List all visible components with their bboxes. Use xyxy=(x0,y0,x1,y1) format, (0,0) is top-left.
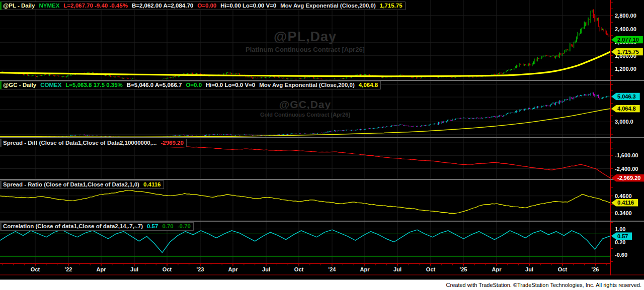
y-axis-label: 2,800.00 xyxy=(615,13,636,19)
x-tick-label: Oct xyxy=(294,266,303,272)
price-badge: 0.4116 xyxy=(611,199,638,207)
pl-symbol-interval: @PL - Daily xyxy=(3,3,35,9)
price-badge: 2,077.10 xyxy=(611,36,643,44)
y-axis-label: 1,200.00 xyxy=(615,66,636,72)
x-tick-label: '22 xyxy=(65,266,72,272)
y-axis-label: -2,400.00 xyxy=(615,166,638,172)
pl-exchange: NYMEX xyxy=(39,3,59,9)
price-badge: -2,969.20 xyxy=(611,174,644,182)
x-tick-label: Apr xyxy=(492,266,502,272)
x-tick-label: '23 xyxy=(197,266,204,272)
y-axis-label: 0.4600 xyxy=(615,193,632,199)
spread-ratio-value: 0.4116 xyxy=(143,181,161,187)
spread-ratio-pl-gc-series xyxy=(0,190,610,214)
y-axis-label: -0.60 xyxy=(615,252,627,258)
pl-status-line[interactable]: @PL - Daily NYMEX L=2,067.70 -9.40 -0.45… xyxy=(0,2,406,10)
panel-separator[interactable] xyxy=(0,221,644,222)
x-tick-label: '25 xyxy=(460,266,467,272)
footer-credit: Created with TradeStation. ©TradeStation… xyxy=(0,279,644,290)
x-tick-label: Oct xyxy=(31,266,40,272)
x-tick-label: Apr xyxy=(97,266,106,272)
x-tick-label: Oct xyxy=(558,266,567,272)
y-axis-label: 0.3400 xyxy=(615,210,632,216)
panel-separator[interactable] xyxy=(0,179,644,180)
price-badge: 1,715.75 xyxy=(611,48,643,56)
x-tick-label: Apr xyxy=(228,266,238,272)
gc-open: O=0.0 xyxy=(186,82,202,88)
correlation-14-series xyxy=(0,230,610,256)
x-tick-label: '24 xyxy=(329,266,336,272)
x-tick-label: Oct xyxy=(163,266,172,272)
y-axis-label: -1,600.00 xyxy=(615,152,638,158)
x-tick-label: Jul xyxy=(262,266,270,272)
gc-exchange: COMEX xyxy=(40,82,61,88)
correlation-upper-band: 0.70 xyxy=(162,223,173,229)
pl-bid-ask: B=2,062.00 A=2,084.70 xyxy=(132,3,193,9)
spread-diff-value: -2969.20 xyxy=(161,140,184,146)
gc-gold-daily-series xyxy=(0,92,610,139)
spread-ratio-label: Spread - Ratio (Close of Data1,Close of … xyxy=(3,181,139,187)
x-tick-label: Jul xyxy=(525,266,533,272)
tradestation-chart-window: { "app": { "footer": "Created with Trade… xyxy=(0,0,644,290)
pl-platinum-daily-series xyxy=(0,9,610,81)
correlation-value: 0.57 xyxy=(147,223,158,229)
x-tick-label: Jul xyxy=(130,266,138,272)
y-axis-label: 1.00 xyxy=(615,226,625,232)
gc-status-line[interactable]: @GC - Daily COMEX L=5,063.8 17.5 0.35% B… xyxy=(0,81,381,89)
gc-ma-value: 4,064.8 xyxy=(359,82,378,88)
panel-separator[interactable] xyxy=(0,137,644,138)
gc-ma-label: Mov Avg Exponential (Close,200,0) xyxy=(259,82,355,88)
y-axis-label: 2,400.00 xyxy=(615,26,636,32)
spread-diff-label: Spread - Diff (Close of Data1,Close of D… xyxy=(3,140,157,146)
pl-hi-lo-vol: Hi=0.00 Lo=0.00 V=0 xyxy=(220,3,276,9)
y-axis-label: 0.20 xyxy=(615,239,625,245)
spread-ratio-status-line[interactable]: Spread - Ratio (Close of Data1,Close of … xyxy=(0,180,164,189)
spread-diff-status-line[interactable]: Spread - Diff (Close of Data1,Close of D… xyxy=(0,139,187,147)
pl-last-change: L=2,067.70 -9.40 -0.45% xyxy=(63,3,128,9)
y-axis-label: 3,000.0 xyxy=(615,119,633,125)
correlation-label: Correlation (Close of data1,Close of dat… xyxy=(3,223,143,229)
x-tick-label: Apr xyxy=(360,266,370,272)
pl-ma-value: 1,715.75 xyxy=(380,3,403,9)
spread-diff-pl-gc-series xyxy=(0,145,610,178)
correlation-status-line[interactable]: Correlation (Close of data1,Close of dat… xyxy=(0,222,194,231)
gc-hi-lo-vol: Hi=0.0 Lo=0.0 V=0 xyxy=(206,82,255,88)
x-tick-label: '26 xyxy=(592,266,599,272)
gc-last-change: L=5,063.8 17.5 0.35% xyxy=(65,82,123,88)
x-tick-label: Jul xyxy=(393,266,401,272)
pl-open: O=0.00 xyxy=(197,3,216,9)
gc-bid-ask: B=5,046.0 A=5,066.7 xyxy=(127,82,182,88)
correlation-lower-band: -0.70 xyxy=(178,223,191,229)
gc-symbol-interval: @GC - Daily xyxy=(3,82,36,88)
pl-ma-label: Mov Avg Exponential (Close,200,0) xyxy=(280,3,376,9)
price-badge: 5,046.3 xyxy=(611,92,640,100)
price-badge: 4,064.8 xyxy=(611,105,640,113)
x-tick-label: Oct xyxy=(426,266,435,272)
